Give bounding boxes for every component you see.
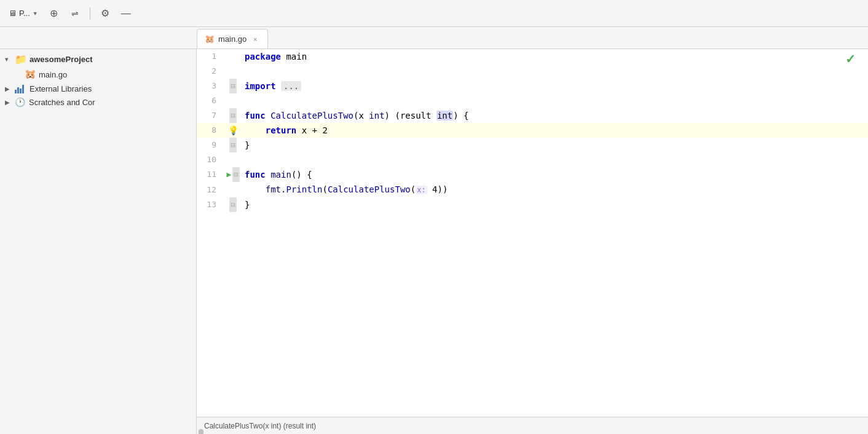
scrollbar-thumb[interactable] [199, 429, 203, 434]
line-num-12: 12 [197, 183, 224, 197]
status-text: CalculatePlusTwo(x int) (result int) [204, 422, 316, 430]
status-bar: CalculatePlusTwo(x int) (result int) [197, 417, 868, 434]
ext-lib-chevron-icon: ▶ [5, 85, 12, 92]
folder-icon: 📁 [15, 53, 27, 65]
code-text-8: return x + 2 [242, 123, 868, 138]
code-line-11: 11 ▶ ⊟ func main() { [197, 167, 868, 182]
scratches-label: Scratches and Cor [29, 98, 191, 107]
run-icon-11[interactable]: ▶ [226, 167, 231, 182]
gutter-8[interactable]: 💡 [224, 123, 242, 138]
tab-main-go[interactable]: 🐹 main.go × [197, 29, 268, 49]
fold-icon-7[interactable]: ⊟ [229, 108, 236, 123]
line-num-10: 10 [197, 152, 224, 167]
sidebar: ▾ 📁 awesomeProject 🐹 main.go ▶ External … [0, 49, 197, 434]
code-text-7: func CalculatePlusTwo(x int) (result int… [242, 108, 868, 123]
add-button[interactable]: ⊕ [45, 5, 63, 22]
project-window-icon: 🖥 [9, 9, 17, 18]
code-line-8: 8 💡 return x + 2 [197, 123, 868, 138]
scratches-icon: 🕐 [15, 97, 25, 107]
line-num-13: 13 [197, 197, 224, 212]
line-num-3: 3 [197, 79, 224, 93]
gutter-3[interactable]: ⊟ [224, 79, 242, 93]
code-line-6: 6 [197, 93, 868, 108]
project-button[interactable]: 🖥 P... ▼ [5, 6, 42, 20]
code-text-3: import ... [242, 79, 868, 93]
code-line-2: 2 [197, 64, 868, 79]
project-chevron: ▼ [33, 10, 38, 17]
fold-close-icon-13[interactable]: ⊟ [229, 197, 236, 212]
code-line-13: 13 ⊟ } [197, 197, 868, 212]
split-icon: ⇌ [71, 9, 79, 18]
code-text-9: } [242, 138, 868, 152]
line-num-9: 9 [197, 138, 224, 152]
editor-content[interactable]: 1 package main 2 3 ⊟ import ... 6 [197, 49, 868, 417]
minus-button[interactable]: — [117, 5, 135, 22]
code-line-9: 9 ⊟ } [197, 138, 868, 152]
build-check-icon: ✓ [845, 52, 856, 66]
code-text-11: func main() { [242, 167, 868, 182]
line-num-8: 8 [197, 123, 224, 138]
code-text-12: fmt.Println(CalculatePlusTwo(x: 4)) [242, 182, 868, 197]
toolbar-separator [90, 7, 90, 20]
gutter-7[interactable]: ⊟ [224, 108, 242, 123]
editor-area: ✓ 1 package main 2 3 ⊟ import ... [197, 49, 868, 434]
sidebar-item-awesome-project[interactable]: ▾ 📁 awesomeProject [0, 52, 196, 67]
project-chevron-icon: ▾ [5, 56, 12, 63]
main-area: ▾ 📁 awesomeProject 🐹 main.go ▶ External … [0, 49, 868, 434]
add-icon: ⊕ [50, 7, 58, 19]
tab-bar: 🐹 main.go × [0, 27, 868, 49]
gutter-11[interactable]: ▶ ⊟ [224, 167, 242, 182]
code-line-10: 10 [197, 152, 868, 167]
code-text-13: } [242, 197, 868, 212]
settings-icon: ⚙ [101, 7, 109, 19]
go-file-icon: 🐹 [25, 69, 36, 80]
project-name: awesomeProject [30, 55, 191, 64]
gutter-9[interactable]: ⊟ [224, 138, 242, 152]
project-label: P... [19, 9, 30, 18]
minus-icon: — [121, 8, 131, 19]
sidebar-item-external-libraries[interactable]: ▶ External Libraries [0, 82, 196, 95]
sidebar-item-scratches[interactable]: ▶ 🕐 Scratches and Cor [0, 95, 196, 109]
code-line-3: 3 ⊟ import ... [197, 79, 868, 93]
code-text-1: package main [242, 49, 868, 64]
line-num-2: 2 [197, 64, 224, 79]
scratches-chevron-icon: ▶ [5, 99, 12, 106]
fold-icon-3[interactable]: ⊟ [229, 79, 236, 93]
tab-label: main.go [218, 34, 247, 44]
line-num-11: 11 [197, 167, 224, 182]
code-line-7: 7 ⊟ func CalculatePlusTwo(x int) (result… [197, 108, 868, 123]
split-button[interactable]: ⇌ [66, 5, 84, 22]
bulb-icon[interactable]: 💡 [228, 123, 239, 138]
tab-go-icon: 🐹 [205, 34, 215, 44]
fold-icon-11[interactable]: ⊟ [232, 167, 239, 182]
gutter-13[interactable]: ⊟ [224, 197, 242, 212]
ext-lib-icon [15, 84, 26, 93]
tab-close-button[interactable]: × [250, 34, 260, 44]
line-num-6: 6 [197, 93, 224, 108]
code-line-12: 12 fmt.Println(CalculatePlusTwo(x: 4)) [197, 182, 868, 197]
editor-top-bar: ✓ [840, 49, 861, 69]
toolbar: 🖥 P... ▼ ⊕ ⇌ ⚙ — [0, 0, 868, 27]
code-text-10 [242, 152, 868, 167]
settings-button[interactable]: ⚙ [97, 5, 114, 22]
fold-close-icon-9[interactable]: ⊟ [229, 138, 236, 152]
sidebar-item-main-go[interactable]: 🐹 main.go [0, 67, 196, 82]
code-text-2 [242, 64, 868, 79]
line-num-1: 1 [197, 49, 224, 64]
external-libraries-label: External Libraries [30, 84, 191, 93]
line-num-7: 7 [197, 108, 224, 123]
main-go-label: main.go [39, 70, 191, 79]
code-line-1: 1 package main [197, 49, 868, 64]
code-text-6 [242, 93, 868, 108]
